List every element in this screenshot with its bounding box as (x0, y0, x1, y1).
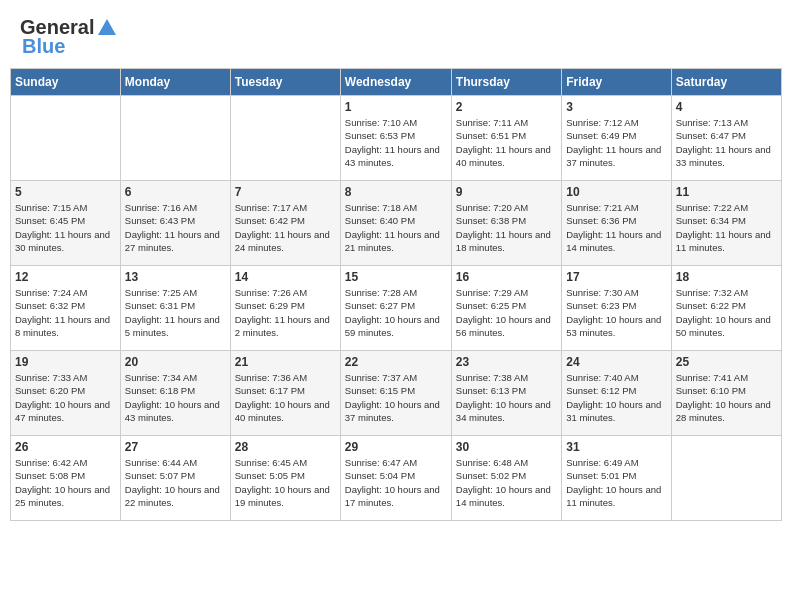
calendar-day-header: Friday (562, 69, 671, 96)
calendar-cell: 14Sunrise: 7:26 AM Sunset: 6:29 PM Dayli… (230, 266, 340, 351)
day-number: 20 (125, 355, 226, 369)
day-number: 26 (15, 440, 116, 454)
day-info: Sunrise: 7:15 AM Sunset: 6:45 PM Dayligh… (15, 201, 116, 254)
calendar-cell: 10Sunrise: 7:21 AM Sunset: 6:36 PM Dayli… (562, 181, 671, 266)
calendar-cell: 19Sunrise: 7:33 AM Sunset: 6:20 PM Dayli… (11, 351, 121, 436)
day-number: 4 (676, 100, 777, 114)
day-number: 12 (15, 270, 116, 284)
calendar-cell: 18Sunrise: 7:32 AM Sunset: 6:22 PM Dayli… (671, 266, 781, 351)
calendar-cell (11, 96, 121, 181)
day-info: Sunrise: 6:42 AM Sunset: 5:08 PM Dayligh… (15, 456, 116, 509)
calendar-week-row: 26Sunrise: 6:42 AM Sunset: 5:08 PM Dayli… (11, 436, 782, 521)
calendar-day-header: Saturday (671, 69, 781, 96)
calendar-week-row: 5Sunrise: 7:15 AM Sunset: 6:45 PM Daylig… (11, 181, 782, 266)
day-number: 25 (676, 355, 777, 369)
calendar-cell: 12Sunrise: 7:24 AM Sunset: 6:32 PM Dayli… (11, 266, 121, 351)
day-info: Sunrise: 6:44 AM Sunset: 5:07 PM Dayligh… (125, 456, 226, 509)
day-number: 15 (345, 270, 447, 284)
day-number: 11 (676, 185, 777, 199)
day-info: Sunrise: 7:10 AM Sunset: 6:53 PM Dayligh… (345, 116, 447, 169)
calendar-cell: 27Sunrise: 6:44 AM Sunset: 5:07 PM Dayli… (120, 436, 230, 521)
day-number: 28 (235, 440, 336, 454)
day-info: Sunrise: 7:22 AM Sunset: 6:34 PM Dayligh… (676, 201, 777, 254)
day-info: Sunrise: 7:28 AM Sunset: 6:27 PM Dayligh… (345, 286, 447, 339)
day-info: Sunrise: 7:40 AM Sunset: 6:12 PM Dayligh… (566, 371, 666, 424)
day-info: Sunrise: 7:29 AM Sunset: 6:25 PM Dayligh… (456, 286, 557, 339)
day-number: 13 (125, 270, 226, 284)
calendar-cell: 3Sunrise: 7:12 AM Sunset: 6:49 PM Daylig… (562, 96, 671, 181)
page-header: General Blue (10, 10, 782, 64)
day-info: Sunrise: 7:41 AM Sunset: 6:10 PM Dayligh… (676, 371, 777, 424)
calendar-week-row: 1Sunrise: 7:10 AM Sunset: 6:53 PM Daylig… (11, 96, 782, 181)
day-info: Sunrise: 7:21 AM Sunset: 6:36 PM Dayligh… (566, 201, 666, 254)
day-number: 1 (345, 100, 447, 114)
calendar-cell: 1Sunrise: 7:10 AM Sunset: 6:53 PM Daylig… (340, 96, 451, 181)
calendar-cell (230, 96, 340, 181)
day-info: Sunrise: 7:16 AM Sunset: 6:43 PM Dayligh… (125, 201, 226, 254)
calendar-cell: 29Sunrise: 6:47 AM Sunset: 5:04 PM Dayli… (340, 436, 451, 521)
day-info: Sunrise: 7:32 AM Sunset: 6:22 PM Dayligh… (676, 286, 777, 339)
day-info: Sunrise: 7:34 AM Sunset: 6:18 PM Dayligh… (125, 371, 226, 424)
day-info: Sunrise: 7:25 AM Sunset: 6:31 PM Dayligh… (125, 286, 226, 339)
day-number: 16 (456, 270, 557, 284)
calendar-cell: 11Sunrise: 7:22 AM Sunset: 6:34 PM Dayli… (671, 181, 781, 266)
calendar-cell: 17Sunrise: 7:30 AM Sunset: 6:23 PM Dayli… (562, 266, 671, 351)
day-info: Sunrise: 6:47 AM Sunset: 5:04 PM Dayligh… (345, 456, 447, 509)
calendar-cell: 4Sunrise: 7:13 AM Sunset: 6:47 PM Daylig… (671, 96, 781, 181)
calendar-cell: 6Sunrise: 7:16 AM Sunset: 6:43 PM Daylig… (120, 181, 230, 266)
logo-icon (96, 17, 118, 39)
day-number: 14 (235, 270, 336, 284)
calendar-cell: 25Sunrise: 7:41 AM Sunset: 6:10 PM Dayli… (671, 351, 781, 436)
calendar-cell: 5Sunrise: 7:15 AM Sunset: 6:45 PM Daylig… (11, 181, 121, 266)
day-number: 27 (125, 440, 226, 454)
day-info: Sunrise: 7:37 AM Sunset: 6:15 PM Dayligh… (345, 371, 447, 424)
logo: General Blue (20, 16, 118, 58)
day-info: Sunrise: 7:13 AM Sunset: 6:47 PM Dayligh… (676, 116, 777, 169)
calendar-cell: 16Sunrise: 7:29 AM Sunset: 6:25 PM Dayli… (451, 266, 561, 351)
day-number: 22 (345, 355, 447, 369)
day-info: Sunrise: 6:49 AM Sunset: 5:01 PM Dayligh… (566, 456, 666, 509)
calendar-cell: 8Sunrise: 7:18 AM Sunset: 6:40 PM Daylig… (340, 181, 451, 266)
day-info: Sunrise: 7:17 AM Sunset: 6:42 PM Dayligh… (235, 201, 336, 254)
calendar-cell: 23Sunrise: 7:38 AM Sunset: 6:13 PM Dayli… (451, 351, 561, 436)
day-number: 8 (345, 185, 447, 199)
calendar-cell: 7Sunrise: 7:17 AM Sunset: 6:42 PM Daylig… (230, 181, 340, 266)
calendar-day-header: Monday (120, 69, 230, 96)
day-number: 23 (456, 355, 557, 369)
day-info: Sunrise: 6:48 AM Sunset: 5:02 PM Dayligh… (456, 456, 557, 509)
calendar-week-row: 12Sunrise: 7:24 AM Sunset: 6:32 PM Dayli… (11, 266, 782, 351)
day-number: 29 (345, 440, 447, 454)
day-info: Sunrise: 7:36 AM Sunset: 6:17 PM Dayligh… (235, 371, 336, 424)
calendar-cell (671, 436, 781, 521)
calendar-day-header: Sunday (11, 69, 121, 96)
calendar-cell: 15Sunrise: 7:28 AM Sunset: 6:27 PM Dayli… (340, 266, 451, 351)
day-number: 7 (235, 185, 336, 199)
day-number: 3 (566, 100, 666, 114)
day-number: 21 (235, 355, 336, 369)
day-info: Sunrise: 7:18 AM Sunset: 6:40 PM Dayligh… (345, 201, 447, 254)
day-number: 6 (125, 185, 226, 199)
day-info: Sunrise: 6:45 AM Sunset: 5:05 PM Dayligh… (235, 456, 336, 509)
day-number: 2 (456, 100, 557, 114)
calendar-table: SundayMondayTuesdayWednesdayThursdayFrid… (10, 68, 782, 521)
svg-marker-0 (98, 19, 116, 35)
calendar-day-header: Tuesday (230, 69, 340, 96)
day-number: 31 (566, 440, 666, 454)
calendar-cell: 31Sunrise: 6:49 AM Sunset: 5:01 PM Dayli… (562, 436, 671, 521)
calendar-cell: 24Sunrise: 7:40 AM Sunset: 6:12 PM Dayli… (562, 351, 671, 436)
calendar-cell: 2Sunrise: 7:11 AM Sunset: 6:51 PM Daylig… (451, 96, 561, 181)
calendar-cell: 13Sunrise: 7:25 AM Sunset: 6:31 PM Dayli… (120, 266, 230, 351)
calendar-day-header: Thursday (451, 69, 561, 96)
calendar-cell (120, 96, 230, 181)
day-number: 30 (456, 440, 557, 454)
calendar-cell: 9Sunrise: 7:20 AM Sunset: 6:38 PM Daylig… (451, 181, 561, 266)
day-info: Sunrise: 7:20 AM Sunset: 6:38 PM Dayligh… (456, 201, 557, 254)
day-info: Sunrise: 7:33 AM Sunset: 6:20 PM Dayligh… (15, 371, 116, 424)
calendar-cell: 20Sunrise: 7:34 AM Sunset: 6:18 PM Dayli… (120, 351, 230, 436)
day-number: 18 (676, 270, 777, 284)
day-info: Sunrise: 7:24 AM Sunset: 6:32 PM Dayligh… (15, 286, 116, 339)
day-info: Sunrise: 7:11 AM Sunset: 6:51 PM Dayligh… (456, 116, 557, 169)
calendar-header-row: SundayMondayTuesdayWednesdayThursdayFrid… (11, 69, 782, 96)
day-number: 19 (15, 355, 116, 369)
day-info: Sunrise: 7:38 AM Sunset: 6:13 PM Dayligh… (456, 371, 557, 424)
